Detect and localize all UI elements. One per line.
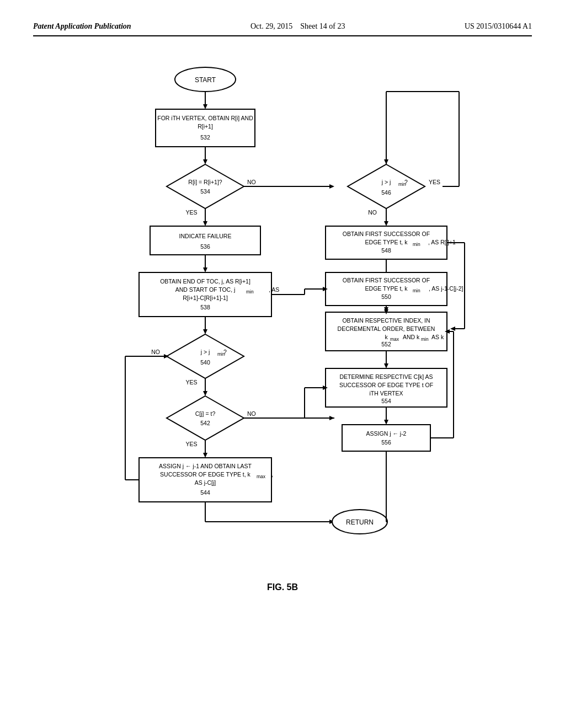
svg-marker-118 bbox=[323, 386, 328, 390]
svg-text:max: max bbox=[257, 474, 266, 479]
svg-text:,: , bbox=[271, 471, 273, 478]
svg-text:532: 532 bbox=[200, 134, 210, 141]
figure-caption: FIG. 5B bbox=[33, 582, 532, 592]
svg-point-0 bbox=[175, 67, 236, 92]
svg-text:SUCCESSOR OF EDGE TYPE t, k: SUCCESSOR OF EDGE TYPE t, k bbox=[160, 471, 251, 478]
svg-marker-33 bbox=[167, 334, 244, 378]
svg-marker-42 bbox=[167, 396, 244, 440]
svg-marker-3 bbox=[203, 104, 207, 109]
svg-text:?: ? bbox=[404, 179, 408, 185]
svg-text:YES: YES bbox=[185, 209, 197, 216]
svg-text:EDGE TYPE t, k: EDGE TYPE t, k bbox=[365, 285, 408, 292]
svg-rect-24 bbox=[139, 272, 271, 317]
svg-text:DECREMENTAL ORDER, BETWEEN: DECREMENTAL ORDER, BETWEEN bbox=[338, 325, 435, 332]
svg-text:k: k bbox=[385, 334, 388, 340]
svg-text:, AS: , AS bbox=[269, 286, 279, 293]
svg-text:R[i] = R[i+1]?: R[i] = R[i+1]? bbox=[188, 179, 222, 185]
svg-text:C[j] = t?: C[j] = t? bbox=[195, 410, 216, 417]
svg-text:NO: NO bbox=[247, 410, 256, 417]
svg-marker-129 bbox=[384, 309, 388, 314]
svg-text:SUCCESSOR OF EDGE TYPE t OF: SUCCESSOR OF EDGE TYPE t OF bbox=[339, 382, 433, 388]
svg-text:OBTAIN RESPECTIVE INDEX, IN: OBTAIN RESPECTIVE INDEX, IN bbox=[342, 317, 430, 324]
svg-text:min: min bbox=[398, 181, 406, 187]
svg-marker-97 bbox=[450, 326, 455, 331]
svg-marker-127 bbox=[445, 329, 450, 334]
svg-text:538: 538 bbox=[200, 304, 210, 311]
svg-marker-136 bbox=[329, 520, 334, 524]
svg-text:, AS j-1-C[j-2]: , AS j-1-C[j-2] bbox=[429, 285, 463, 292]
svg-text:START: START bbox=[195, 76, 216, 84]
svg-marker-18 bbox=[203, 221, 207, 226]
svg-text:max: max bbox=[390, 336, 399, 342]
svg-text:548: 548 bbox=[381, 247, 391, 254]
svg-marker-77 bbox=[384, 221, 388, 226]
svg-rect-98 bbox=[326, 312, 447, 351]
svg-marker-9 bbox=[203, 159, 207, 164]
svg-text:R[i+1]: R[i+1] bbox=[198, 123, 213, 130]
svg-text:iTH VERTEX: iTH VERTEX bbox=[369, 390, 403, 397]
svg-text:min: min bbox=[217, 351, 225, 357]
svg-text:AS j-C[j]: AS j-C[j] bbox=[195, 479, 216, 486]
svg-marker-32 bbox=[203, 329, 207, 334]
svg-marker-47 bbox=[329, 416, 334, 420]
svg-text:NO: NO bbox=[151, 349, 160, 355]
svg-text:NO: NO bbox=[368, 209, 377, 216]
page-header: Patent Application Publication Oct. 29, … bbox=[33, 22, 532, 36]
svg-text:RETURN: RETURN bbox=[346, 518, 374, 526]
svg-marker-50 bbox=[203, 453, 207, 458]
svg-point-137 bbox=[332, 510, 387, 534]
page: Patent Application Publication Oct. 29, … bbox=[0, 0, 565, 728]
svg-text:546: 546 bbox=[381, 189, 391, 196]
svg-text:552: 552 bbox=[381, 341, 391, 347]
svg-text:556: 556 bbox=[381, 439, 391, 446]
svg-rect-78 bbox=[326, 226, 447, 259]
svg-text:AS k: AS k bbox=[431, 334, 444, 340]
svg-text:min: min bbox=[246, 289, 254, 295]
svg-marker-85 bbox=[384, 294, 388, 299]
svg-text:OBTAIN END OF TOC, j, AS R[i+1: OBTAIN END OF TOC, j, AS R[i+1] bbox=[160, 278, 250, 285]
svg-text:R[i+1]-C[R[i+1]-1]: R[i+1]-C[R[i+1]-1] bbox=[183, 295, 228, 301]
svg-text:AND START OF TOC, j: AND START OF TOC, j bbox=[175, 286, 236, 293]
svg-text:OBTAIN FIRST SUCCESSOR OF: OBTAIN FIRST SUCCESSOR OF bbox=[343, 277, 430, 283]
svg-rect-121 bbox=[342, 425, 430, 451]
svg-marker-23 bbox=[203, 267, 207, 272]
svg-text:AND k: AND k bbox=[403, 334, 420, 340]
svg-text:YES: YES bbox=[429, 179, 440, 185]
svg-text:544: 544 bbox=[200, 489, 210, 496]
svg-marker-61 bbox=[164, 354, 169, 358]
svg-text:554: 554 bbox=[381, 398, 391, 404]
svg-rect-51 bbox=[139, 458, 271, 502]
svg-text:540: 540 bbox=[200, 359, 210, 366]
svg-text:550: 550 bbox=[381, 293, 391, 300]
svg-rect-4 bbox=[156, 109, 255, 147]
svg-text:536: 536 bbox=[200, 243, 210, 250]
header-patent-number: US 2015/0310644 A1 bbox=[465, 22, 532, 31]
header-date-sheet: Oct. 29, 2015 Sheet 14 of 23 bbox=[250, 22, 345, 31]
svg-text:INDICATE FAILURE: INDICATE FAILURE bbox=[179, 233, 232, 239]
svg-marker-15 bbox=[329, 184, 334, 189]
svg-marker-75 bbox=[384, 159, 388, 164]
header-publication: Patent Application Publication bbox=[33, 22, 131, 31]
svg-marker-108 bbox=[384, 363, 388, 368]
svg-rect-86 bbox=[326, 272, 447, 306]
svg-text:EDGE TYPE t, k: EDGE TYPE t, k bbox=[365, 239, 408, 245]
svg-marker-120 bbox=[384, 420, 388, 425]
svg-text:YES: YES bbox=[185, 379, 197, 386]
svg-text:YES: YES bbox=[185, 441, 197, 447]
svg-text:534: 534 bbox=[200, 188, 210, 195]
svg-text:FOR iTH VERTEX, OBTAIN R[i] AN: FOR iTH VERTEX, OBTAIN R[i] AND bbox=[157, 115, 253, 121]
svg-text:min: min bbox=[413, 242, 420, 247]
svg-text:min: min bbox=[421, 336, 429, 342]
svg-marker-63 bbox=[348, 164, 425, 208]
svg-marker-93 bbox=[384, 307, 388, 312]
diagram-area: START FOR iTH VERTEX, OBTAIN R[i] AND R[… bbox=[33, 58, 532, 566]
svg-text:j > j: j > j bbox=[381, 179, 391, 185]
svg-text:, AS R[i]+1: , AS R[i]+1 bbox=[428, 239, 456, 245]
flowchart: START FOR iTH VERTEX, OBTAIN R[i] AND R[… bbox=[95, 58, 470, 566]
svg-text:ASSIGN j ← j-2: ASSIGN j ← j-2 bbox=[366, 430, 407, 437]
svg-text:542: 542 bbox=[200, 420, 210, 426]
svg-text:j > j: j > j bbox=[200, 349, 210, 355]
svg-text:NO: NO bbox=[247, 179, 256, 185]
svg-rect-109 bbox=[326, 368, 447, 407]
svg-marker-41 bbox=[203, 391, 207, 396]
